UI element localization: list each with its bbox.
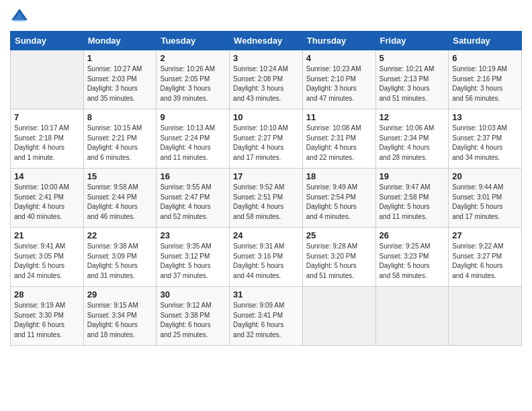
calendar-cell: 8Sunrise: 10:15 AM Sunset: 2:21 PM Dayli… <box>83 109 157 169</box>
calendar-cell: 29Sunrise: 9:15 AM Sunset: 3:34 PM Dayli… <box>83 287 157 346</box>
calendar-cell <box>302 287 375 346</box>
calendar-cell: 13Sunrise: 10:03 AM Sunset: 2:37 PM Dayl… <box>449 109 522 169</box>
day-info: Sunrise: 9:28 AM Sunset: 3:20 PM Dayligh… <box>306 242 372 281</box>
day-number: 15 <box>87 171 153 181</box>
header-wednesday: Wednesday <box>230 32 303 50</box>
day-info: Sunrise: 10:15 AM Sunset: 2:21 PM Daylig… <box>87 124 153 163</box>
calendar-cell: 24Sunrise: 9:31 AM Sunset: 3:16 PM Dayli… <box>230 228 303 287</box>
calendar-cell: 3Sunrise: 10:24 AM Sunset: 2:08 PM Dayli… <box>230 50 303 109</box>
calendar-cell: 27Sunrise: 9:22 AM Sunset: 3:27 PM Dayli… <box>449 228 522 287</box>
day-info: Sunrise: 9:25 AM Sunset: 3:23 PM Dayligh… <box>380 242 445 281</box>
day-number: 13 <box>452 112 518 122</box>
header-saturday: Saturday <box>449 32 522 50</box>
day-number: 21 <box>14 230 80 240</box>
calendar-cell: 23Sunrise: 9:35 AM Sunset: 3:12 PM Dayli… <box>157 228 230 287</box>
calendar-cell: 31Sunrise: 9:09 AM Sunset: 3:41 PM Dayli… <box>230 287 303 346</box>
header-friday: Friday <box>375 32 449 50</box>
calendar-cell <box>449 287 522 346</box>
calendar-cell: 7Sunrise: 10:17 AM Sunset: 2:18 PM Dayli… <box>11 109 84 169</box>
day-info: Sunrise: 10:03 AM Sunset: 2:37 PM Daylig… <box>452 124 518 163</box>
day-info: Sunrise: 9:31 AM Sunset: 3:16 PM Dayligh… <box>233 242 299 281</box>
header-thursday: Thursday <box>302 32 375 50</box>
day-number: 17 <box>233 171 299 181</box>
calendar-cell: 6Sunrise: 10:19 AM Sunset: 2:16 PM Dayli… <box>449 50 522 109</box>
day-number: 30 <box>160 289 226 300</box>
day-number: 8 <box>87 112 153 122</box>
header-monday: Monday <box>83 32 157 50</box>
week-row-5: 28Sunrise: 9:19 AM Sunset: 3:30 PM Dayli… <box>11 287 522 346</box>
day-number: 31 <box>233 289 299 300</box>
day-number: 9 <box>160 112 226 122</box>
week-row-3: 14Sunrise: 10:00 AM Sunset: 2:41 PM Dayl… <box>11 169 522 228</box>
calendar-cell: 18Sunrise: 9:49 AM Sunset: 2:54 PM Dayli… <box>302 169 375 228</box>
calendar-cell: 11Sunrise: 10:08 AM Sunset: 2:31 PM Dayl… <box>302 109 375 169</box>
day-info: Sunrise: 9:52 AM Sunset: 2:51 PM Dayligh… <box>233 183 299 222</box>
calendar-cell: 15Sunrise: 9:58 AM Sunset: 2:44 PM Dayli… <box>83 169 157 228</box>
day-number: 1 <box>87 53 153 63</box>
day-number: 20 <box>452 171 518 181</box>
calendar-cell <box>375 287 449 346</box>
day-number: 3 <box>233 53 299 63</box>
logo <box>10 7 32 26</box>
day-number: 5 <box>380 53 445 63</box>
day-info: Sunrise: 10:08 AM Sunset: 2:31 PM Daylig… <box>306 124 372 163</box>
day-info: Sunrise: 9:47 AM Sunset: 2:58 PM Dayligh… <box>380 183 445 222</box>
calendar-cell: 5Sunrise: 10:21 AM Sunset: 2:13 PM Dayli… <box>375 50 449 109</box>
day-info: Sunrise: 10:27 AM Sunset: 2:03 PM Daylig… <box>87 64 153 103</box>
day-info: Sunrise: 9:19 AM Sunset: 3:30 PM Dayligh… <box>14 301 80 340</box>
day-info: Sunrise: 10:24 AM Sunset: 2:08 PM Daylig… <box>233 64 299 103</box>
day-info: Sunrise: 10:21 AM Sunset: 2:13 PM Daylig… <box>380 64 445 103</box>
day-info: Sunrise: 9:58 AM Sunset: 2:44 PM Dayligh… <box>87 183 153 222</box>
week-row-2: 7Sunrise: 10:17 AM Sunset: 2:18 PM Dayli… <box>11 109 522 169</box>
calendar-cell <box>11 50 84 109</box>
day-number: 10 <box>233 112 299 122</box>
day-info: Sunrise: 9:12 AM Sunset: 3:38 PM Dayligh… <box>160 301 226 340</box>
day-info: Sunrise: 9:35 AM Sunset: 3:12 PM Dayligh… <box>160 242 226 281</box>
day-number: 28 <box>14 289 80 300</box>
calendar-cell: 9Sunrise: 10:13 AM Sunset: 2:24 PM Dayli… <box>157 109 230 169</box>
week-row-1: 1Sunrise: 10:27 AM Sunset: 2:03 PM Dayli… <box>11 50 522 109</box>
calendar-header-row: SundayMondayTuesdayWednesdayThursdayFrid… <box>11 32 522 50</box>
day-info: Sunrise: 9:44 AM Sunset: 3:01 PM Dayligh… <box>452 183 518 222</box>
day-info: Sunrise: 9:22 AM Sunset: 3:27 PM Dayligh… <box>452 242 518 281</box>
calendar-cell: 21Sunrise: 9:41 AM Sunset: 3:05 PM Dayli… <box>11 228 84 287</box>
day-number: 25 <box>306 230 372 240</box>
calendar-cell: 30Sunrise: 9:12 AM Sunset: 3:38 PM Dayli… <box>157 287 230 346</box>
day-number: 12 <box>380 112 445 122</box>
page-header <box>10 7 522 26</box>
day-number: 7 <box>14 112 80 122</box>
calendar-cell: 10Sunrise: 10:10 AM Sunset: 2:27 PM Dayl… <box>230 109 303 169</box>
calendar-cell: 17Sunrise: 9:52 AM Sunset: 2:51 PM Dayli… <box>230 169 303 228</box>
day-info: Sunrise: 10:17 AM Sunset: 2:18 PM Daylig… <box>14 124 80 163</box>
day-info: Sunrise: 10:06 AM Sunset: 2:34 PM Daylig… <box>380 124 445 163</box>
day-info: Sunrise: 9:38 AM Sunset: 3:09 PM Dayligh… <box>87 242 153 281</box>
calendar-cell: 16Sunrise: 9:55 AM Sunset: 2:47 PM Dayli… <box>157 169 230 228</box>
calendar-cell: 2Sunrise: 10:26 AM Sunset: 2:05 PM Dayli… <box>157 50 230 109</box>
day-info: Sunrise: 10:23 AM Sunset: 2:10 PM Daylig… <box>306 64 372 103</box>
day-info: Sunrise: 9:41 AM Sunset: 3:05 PM Dayligh… <box>14 242 80 281</box>
day-number: 29 <box>87 289 153 300</box>
day-info: Sunrise: 9:55 AM Sunset: 2:47 PM Dayligh… <box>160 183 226 222</box>
day-number: 23 <box>160 230 226 240</box>
day-info: Sunrise: 9:09 AM Sunset: 3:41 PM Dayligh… <box>233 301 299 340</box>
day-number: 16 <box>160 171 226 181</box>
calendar-cell: 14Sunrise: 10:00 AM Sunset: 2:41 PM Dayl… <box>11 169 84 228</box>
calendar-table: SundayMondayTuesdayWednesdayThursdayFrid… <box>10 31 522 346</box>
calendar-cell: 22Sunrise: 9:38 AM Sunset: 3:09 PM Dayli… <box>83 228 157 287</box>
day-info: Sunrise: 10:00 AM Sunset: 2:41 PM Daylig… <box>14 183 80 222</box>
week-row-4: 21Sunrise: 9:41 AM Sunset: 3:05 PM Dayli… <box>11 228 522 287</box>
day-info: Sunrise: 9:49 AM Sunset: 2:54 PM Dayligh… <box>306 183 372 222</box>
day-number: 27 <box>452 230 518 240</box>
calendar-cell: 19Sunrise: 9:47 AM Sunset: 2:58 PM Dayli… <box>375 169 449 228</box>
calendar-cell: 25Sunrise: 9:28 AM Sunset: 3:20 PM Dayli… <box>302 228 375 287</box>
day-info: Sunrise: 10:26 AM Sunset: 2:05 PM Daylig… <box>160 64 226 103</box>
day-info: Sunrise: 9:15 AM Sunset: 3:34 PM Dayligh… <box>87 301 153 340</box>
day-number: 4 <box>306 53 372 63</box>
day-number: 19 <box>380 171 445 181</box>
day-number: 22 <box>87 230 153 240</box>
day-info: Sunrise: 10:13 AM Sunset: 2:24 PM Daylig… <box>160 124 226 163</box>
day-info: Sunrise: 10:19 AM Sunset: 2:16 PM Daylig… <box>452 64 518 103</box>
calendar-cell: 28Sunrise: 9:19 AM Sunset: 3:30 PM Dayli… <box>11 287 84 346</box>
header-sunday: Sunday <box>11 32 84 50</box>
calendar-cell: 1Sunrise: 10:27 AM Sunset: 2:03 PM Dayli… <box>83 50 157 109</box>
